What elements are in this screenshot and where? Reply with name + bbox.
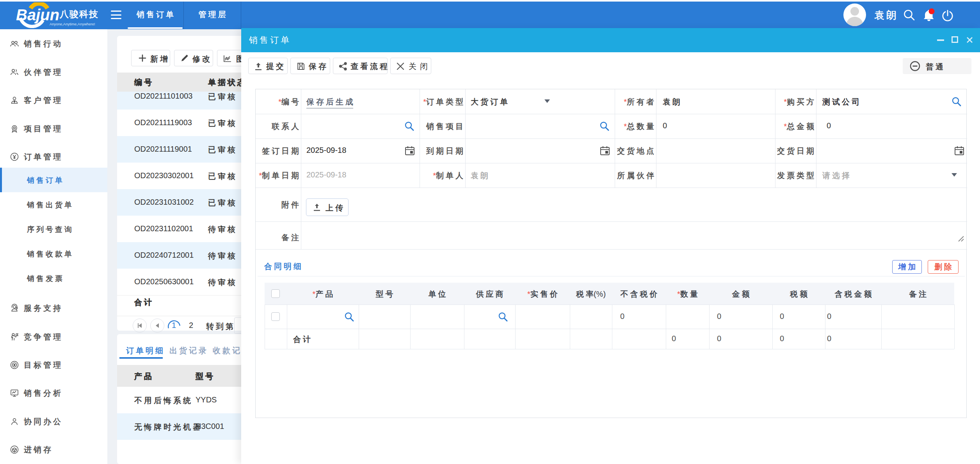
svg-text:八骏科技: 八骏科技	[59, 9, 99, 19]
svg-text:Bajun: Bajun	[16, 6, 59, 23]
svg-text:Anyone,Anytime,Anywhere!: Anyone,Anytime,Anywhere!	[50, 22, 95, 26]
